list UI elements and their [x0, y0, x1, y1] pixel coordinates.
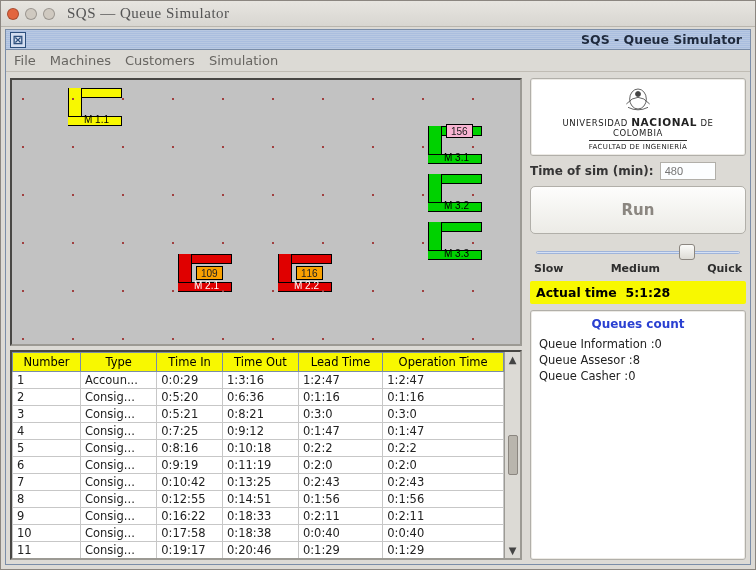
grid-dot	[122, 194, 124, 196]
table-cell: 1:3:16	[222, 372, 298, 389]
os-titlebar[interactable]: SQS — Queue Simulator	[1, 1, 755, 27]
table-cell: 4	[13, 423, 81, 440]
time-of-sim-input[interactable]	[660, 162, 716, 180]
table-row[interactable]: 7Consig...0:10:420:13:250:2:430:2:43	[13, 474, 504, 491]
grid-dot	[222, 290, 224, 292]
menu-customers[interactable]: Customers	[125, 53, 195, 68]
maximize-icon[interactable]	[43, 8, 55, 20]
grid-dot	[72, 194, 74, 196]
grid-dot	[22, 146, 24, 148]
machine-m22[interactable]: 116 M 2.2	[278, 254, 332, 292]
grid-dot	[372, 194, 374, 196]
grid-dot	[472, 98, 474, 100]
app-titlebar: ⊠ SQS - Queue Simulator	[6, 30, 750, 50]
minimize-icon[interactable]	[25, 8, 37, 20]
grid-dot	[72, 290, 74, 292]
grid-dot	[122, 146, 124, 148]
table-row[interactable]: 8Consig...0:12:550:14:510:1:560:1:56	[13, 491, 504, 508]
grid-dot	[72, 338, 74, 340]
machine-m31[interactable]: 156 M 3.1	[428, 126, 482, 164]
table-row[interactable]: 5Consig...0:8:160:10:180:2:20:2:2	[13, 440, 504, 457]
machine-label: M 1.1	[82, 114, 111, 126]
col-op-time[interactable]: Operation Time	[383, 353, 504, 372]
machine-m32[interactable]: M 3.2	[428, 174, 482, 212]
close-icon[interactable]	[7, 8, 19, 20]
table-cell: 0:1:16	[298, 389, 382, 406]
table-row[interactable]: 2Consig...0:5:200:6:360:1:160:1:16	[13, 389, 504, 406]
grid-dot	[322, 290, 324, 292]
os-window-title: SQS — Queue Simulator	[67, 5, 230, 22]
table-cell: 0:2:2	[383, 440, 504, 457]
simulation-canvas[interactable]: M 1.1 109 M 2.1 116	[10, 78, 522, 346]
events-table-scroll[interactable]: Number Type Time In Time Out Lead Time O…	[12, 352, 504, 558]
table-cell: 0:5:20	[157, 389, 223, 406]
scroll-up-icon[interactable]: ▲	[509, 354, 517, 365]
events-table-wrap: Number Type Time In Time Out Lead Time O…	[10, 350, 522, 560]
table-row[interactable]: 3Consig...0:5:210:8:210:3:00:3:0	[13, 406, 504, 423]
events-table: Number Type Time In Time Out Lead Time O…	[12, 352, 504, 558]
grid-dot	[322, 338, 324, 340]
grid-dot	[472, 338, 474, 340]
table-row[interactable]: 10Consig...0:17:580:18:380:0:400:0:40	[13, 525, 504, 542]
grid-dot	[222, 98, 224, 100]
grid-dot	[172, 242, 174, 244]
table-cell: Consig...	[81, 440, 157, 457]
col-lead-time[interactable]: Lead Time	[298, 353, 382, 372]
grid-dot	[172, 338, 174, 340]
grid-dot	[272, 290, 274, 292]
menu-file[interactable]: File	[14, 53, 36, 68]
table-cell: 0:17:58	[157, 525, 223, 542]
speed-slider[interactable]	[536, 244, 740, 260]
table-cell: 0:1:29	[298, 542, 382, 559]
col-time-in[interactable]: Time In	[157, 353, 223, 372]
table-row[interactable]: 6Consig...0:9:190:11:190:2:00:2:0	[13, 457, 504, 474]
grid-dot	[422, 290, 424, 292]
actual-time-label: Actual time	[536, 285, 617, 300]
table-scrollbar[interactable]: ▲ ▼	[504, 352, 520, 558]
grid-dot	[22, 194, 24, 196]
col-number[interactable]: Number	[13, 353, 81, 372]
table-cell: 0:19:17	[157, 542, 223, 559]
menu-machines[interactable]: Machines	[50, 53, 111, 68]
machine-m21[interactable]: 109 M 2.1	[178, 254, 232, 292]
machine-label: M 3.1	[442, 152, 471, 164]
table-cell: 0:18:38	[222, 525, 298, 542]
grid-dot	[72, 98, 74, 100]
university-name: UNIVERSIDAD NACIONAL DE COLOMBIA	[539, 116, 737, 138]
table-cell: 0:0:40	[298, 525, 382, 542]
table-row[interactable]: 11Consig...0:19:170:20:460:1:290:1:29	[13, 542, 504, 559]
time-of-sim-label: Time of sim (min):	[530, 164, 654, 178]
machine-m33[interactable]: M 3.3	[428, 222, 482, 260]
slider-track	[536, 251, 740, 254]
scroll-thumb[interactable]	[508, 435, 518, 475]
grid-dot	[222, 146, 224, 148]
table-cell: 0:3:0	[383, 406, 504, 423]
queues-panel: Queues count Queue Information :0 Queue …	[530, 310, 746, 560]
table-row[interactable]: 4Consig...0:7:250:9:120:1:470:1:47	[13, 423, 504, 440]
col-time-out[interactable]: Time Out	[222, 353, 298, 372]
table-cell: 0:2:0	[383, 457, 504, 474]
grid-dot	[122, 242, 124, 244]
grid-dot	[472, 146, 474, 148]
col-type[interactable]: Type	[81, 353, 157, 372]
machine-m11[interactable]: M 1.1	[68, 88, 122, 126]
grid-dot	[222, 338, 224, 340]
speed-labels: Slow Medium Quick	[532, 262, 744, 275]
table-cell: 0:0:40	[383, 525, 504, 542]
slider-knob[interactable]	[679, 244, 695, 260]
table-row[interactable]: 1Accoun...0:0:291:3:161:2:471:2:47	[13, 372, 504, 389]
scroll-down-icon[interactable]: ▼	[509, 545, 517, 556]
actual-time-value: 5:1:28	[626, 285, 671, 300]
grid-dot	[72, 146, 74, 148]
speed-slider-wrap: Slow Medium Quick	[530, 240, 746, 275]
grid-dot	[22, 338, 24, 340]
table-cell: 0:2:2	[298, 440, 382, 457]
table-cell: 0:0:29	[157, 372, 223, 389]
app-close-button[interactable]: ⊠	[10, 32, 26, 48]
menu-simulation[interactable]: Simulation	[209, 53, 278, 68]
run-button[interactable]: Run	[530, 186, 746, 234]
grid-dot	[22, 290, 24, 292]
table-row[interactable]: 9Consig...0:16:220:18:330:2:110:2:11	[13, 508, 504, 525]
queues-title: Queues count	[539, 317, 737, 331]
grid-dot	[172, 146, 174, 148]
